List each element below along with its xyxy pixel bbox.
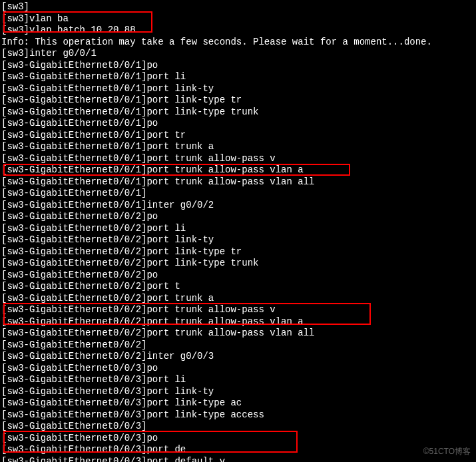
terminal-output: [sw3][sw3]vlan ba[sw3]vlan batch 10 20 8…	[1, 1, 475, 462]
terminal-line: [sw3-GigabitEthernet0/0/1]port trunk a	[1, 141, 475, 153]
terminal-line: [sw3-GigabitEthernet0/0/3]port de	[1, 444, 475, 456]
terminal-line: [sw3-GigabitEthernet0/0/1]po	[1, 60, 475, 72]
terminal-line: [sw3]	[1, 1, 475, 13]
terminal-line: [sw3-GigabitEthernet0/0/1]port link-ty	[1, 83, 475, 95]
terminal-line: [sw3-GigabitEthernet0/0/3]po	[1, 433, 475, 445]
terminal-line: [sw3-GigabitEthernet0/0/2]port li	[1, 223, 475, 235]
terminal-line: [sw3-GigabitEthernet0/0/3]port link-type…	[1, 409, 475, 421]
terminal-line: [sw3-GigabitEthernet0/0/1]	[1, 188, 475, 200]
terminal-line: [sw3-GigabitEthernet0/0/3]port link-ty	[1, 386, 475, 398]
terminal-line: [sw3-GigabitEthernet0/0/2]	[1, 340, 475, 351]
terminal-line: [sw3-GigabitEthernet0/0/1]port link-type…	[1, 95, 475, 107]
terminal-line: [sw3]vlan ba	[1, 13, 475, 25]
terminal-line: [sw3]inter g0/0/1	[1, 48, 475, 60]
terminal-line: [sw3-GigabitEthernet0/0/2]port trunk all…	[1, 328, 475, 340]
terminal-line: [sw3-GigabitEthernet0/0/2]port link-type…	[1, 246, 475, 258]
watermark-text: ©51CTO博客	[423, 447, 471, 457]
terminal-line: [sw3-GigabitEthernet0/0/1]po	[1, 118, 475, 130]
terminal-line: [sw3-GigabitEthernet0/0/1]port trunk all…	[1, 164, 475, 176]
terminal-line: [sw3-GigabitEthernet0/0/2]port t	[1, 281, 475, 293]
terminal-line: [sw3-GigabitEthernet0/0/2]port trunk a	[1, 293, 475, 305]
terminal-line: [sw3-GigabitEthernet0/0/1]port tr	[1, 130, 475, 142]
terminal-line: [sw3-GigabitEthernet0/0/3]	[1, 421, 475, 433]
terminal-line: [sw3-GigabitEthernet0/0/3]port default v	[1, 456, 475, 463]
terminal-line: [sw3-GigabitEthernet0/0/1]port trunk all…	[1, 176, 475, 188]
terminal-line: [sw3-GigabitEthernet0/0/3]po	[1, 363, 475, 375]
terminal-line: [sw3-GigabitEthernet0/0/2]port trunk all…	[1, 304, 475, 316]
terminal-line: [sw3-GigabitEthernet0/0/1]inter g0/0/2	[1, 200, 475, 212]
terminal-line: [sw3-GigabitEthernet0/0/2]port link-type…	[1, 258, 475, 270]
terminal-line: [sw3]vlan batch 10 20 88	[1, 25, 475, 37]
terminal-line: [sw3-GigabitEthernet0/0/2]po	[1, 270, 475, 282]
terminal-line: [sw3-GigabitEthernet0/0/2]port link-ty	[1, 234, 475, 246]
terminal-line: [sw3-GigabitEthernet0/0/1]port link-type…	[1, 107, 475, 118]
terminal-line: [sw3-GigabitEthernet0/0/2]po	[1, 211, 475, 223]
terminal-line: [sw3-GigabitEthernet0/0/1]port li	[1, 71, 475, 83]
terminal-line: Info: This operation may take a few seco…	[1, 37, 475, 49]
terminal-line: [sw3-GigabitEthernet0/0/2]port trunk all…	[1, 316, 475, 328]
terminal-line: [sw3-GigabitEthernet0/0/1]port trunk all…	[1, 153, 475, 165]
terminal-line: [sw3-GigabitEthernet0/0/3]port link-type…	[1, 397, 475, 409]
terminal-line: [sw3-GigabitEthernet0/0/2]inter g0/0/3	[1, 351, 475, 363]
terminal-line: [sw3-GigabitEthernet0/0/3]port li	[1, 374, 475, 386]
